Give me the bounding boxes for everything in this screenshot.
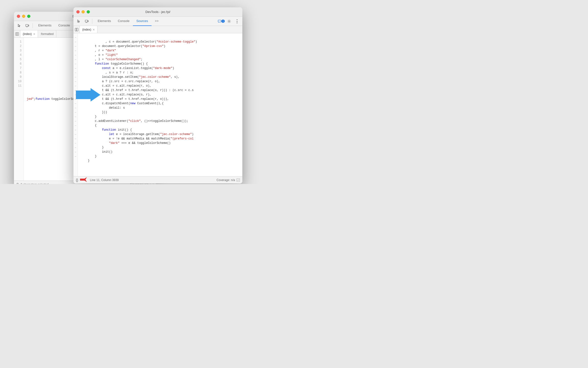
svg-rect-10 [218, 20, 221, 22]
position-text-2: Line 11, Column 3939 [90, 178, 118, 182]
sidebar-toggle-2[interactable] [73, 26, 80, 33]
svg-rect-0 [26, 24, 28, 26]
maximize-button-1[interactable] [27, 15, 30, 18]
cursor-icon[interactable] [16, 22, 23, 29]
svg-rect-12 [75, 28, 76, 31]
file-tab-close-1[interactable]: × [33, 32, 35, 36]
tab-console-2[interactable]: Console [114, 17, 133, 26]
file-tab-close-2[interactable]: × [93, 28, 95, 31]
tab-console-1[interactable]: Console [55, 21, 73, 30]
status-bar-2: {} Line 11, Column 3939 Coverage: n/a [73, 176, 242, 184]
svg-rect-13 [77, 28, 78, 31]
tab-nav-2: Elements Console Sources >> [94, 17, 162, 26]
sidebar-toggle-1[interactable] [14, 30, 20, 38]
minimize-button-2[interactable] [82, 10, 85, 13]
badge-2: 1 [221, 20, 225, 23]
line-numbers-1: 1 2 3 4 5 6 7 8 9 10 11 [14, 38, 24, 181]
maximize-button-2[interactable] [87, 10, 90, 13]
close-button-1[interactable] [17, 15, 20, 18]
chat-icon[interactable]: 1 [218, 18, 225, 25]
file-tabs-bar-2: (index) × [73, 26, 242, 33]
format-icon-1[interactable]: {} [16, 183, 19, 184]
red-arrow-indicator [80, 176, 87, 184]
settings-icon[interactable] [226, 18, 233, 25]
blue-arrow [76, 88, 100, 103]
coverage-2: Coverage: n/a [217, 178, 240, 182]
file-tab-formatted-1[interactable]: :formatted [38, 30, 56, 37]
toolbar-right-2: 1 ⋮ [218, 18, 240, 25]
tab-more-2[interactable]: >> [152, 17, 162, 26]
svg-rect-1 [28, 25, 29, 26]
divider-1 [33, 23, 33, 28]
status-text-1: 9 characters selected [21, 183, 48, 184]
file-tab-index-label-2: (index) [82, 28, 91, 31]
traffic-lights-2 [76, 10, 90, 13]
tab-elements-2[interactable]: Elements [94, 17, 114, 26]
diff-gutter-2: − − − − − − − − − − − − − − − − − − − − … [73, 33, 78, 176]
file-tab-index-label-1: (index) [23, 32, 32, 36]
svg-rect-3 [16, 33, 17, 35]
file-tab-index-2[interactable]: (index) × [80, 26, 97, 33]
svg-rect-16 [237, 179, 240, 182]
more-icon[interactable]: ⋮ [234, 18, 240, 25]
traffic-lights-1 [17, 15, 30, 18]
file-tab-formatted-label-1: :formatted [40, 32, 54, 36]
code-content-2[interactable]: , c = document.querySelector("#color-sch… [78, 33, 242, 176]
svg-marker-6 [76, 88, 100, 102]
tab-sources-2[interactable]: Sources [133, 17, 152, 26]
minimize-button-1[interactable] [22, 15, 25, 18]
toolbar-2: Elements Console Sources >> 1 ⋮ [73, 17, 242, 26]
tab-elements-1[interactable]: Elements [35, 21, 55, 30]
cursor-icon-2[interactable] [75, 18, 82, 25]
svg-rect-7 [85, 20, 88, 22]
title-bar-2: DevTools - jec.fyi/ [73, 7, 242, 17]
format-icon-2[interactable]: {} [76, 178, 78, 182]
window-title-2: DevTools - jec.fyi/ [145, 10, 170, 14]
divider-2 [92, 19, 92, 24]
device-icon-2[interactable] [83, 18, 90, 25]
device-icon[interactable] [24, 22, 31, 29]
coverage-text-2: Coverage: n/a [217, 178, 235, 182]
close-button-2[interactable] [76, 10, 80, 13]
svg-point-11 [229, 21, 230, 22]
code-area-2: − − − − − − − − − − − − − − − − − − − − … [73, 33, 242, 176]
file-tab-index-1[interactable]: (index) × [20, 30, 38, 37]
svg-rect-15 [80, 179, 85, 181]
svg-rect-4 [17, 33, 19, 35]
svg-rect-8 [88, 21, 88, 22]
coverage-icon-2 [236, 178, 240, 182]
